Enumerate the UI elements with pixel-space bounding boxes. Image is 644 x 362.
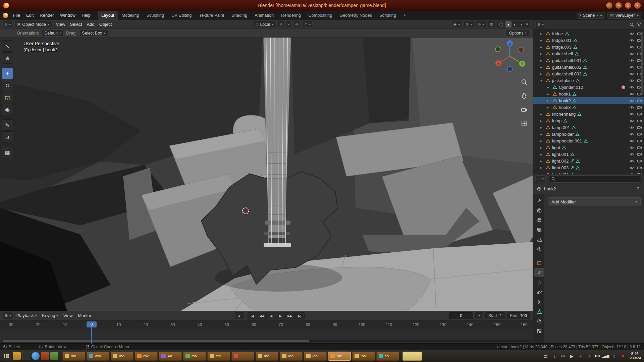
taskbar-window-button[interactable]: /ho...	[111, 352, 133, 361]
outliner-row[interactable]: ▸ light.001	[533, 151, 644, 158]
outliner-row[interactable]: ▸ Cylinder.012	[533, 84, 644, 90]
tab-physics[interactable]	[534, 288, 544, 297]
outliner-row[interactable]: ▸ lamp.001	[533, 124, 644, 131]
taskbar-window-button[interactable]: /ho...	[62, 352, 85, 361]
disable-render-icon[interactable]	[637, 105, 642, 110]
workspace-tab[interactable]: Geometry Nodes	[336, 11, 376, 20]
outliner-row[interactable]: ▸ lampholder	[533, 131, 644, 137]
outliner-item-label[interactable]: light.002	[552, 159, 569, 164]
playhead-frame-label[interactable]: 0	[87, 321, 97, 327]
scene-selector[interactable]: ▾ Scene × +	[577, 12, 605, 19]
outliner-row[interactable]: ▸ fridge.001	[533, 37, 644, 44]
workspace-tab[interactable]: Modeling	[118, 11, 143, 20]
disable-render-icon[interactable]	[637, 152, 642, 157]
disable-render-icon[interactable]	[637, 118, 642, 123]
launcher-media[interactable]	[50, 352, 58, 360]
outliner-item-label[interactable]: fridge	[552, 31, 563, 36]
timeline-menu[interactable]: View ▾	[61, 313, 75, 318]
screenshot-tray-icon[interactable]: ✂	[560, 353, 566, 359]
hide-eye-icon[interactable]	[629, 38, 634, 43]
transform-orientation-select[interactable]: ◇ Local ▾	[253, 21, 276, 28]
workspace-tab[interactable]: Shading	[228, 11, 251, 20]
tab-view-layer[interactable]	[534, 225, 544, 234]
snap-toggle[interactable]: ∪	[278, 21, 284, 28]
menubar-menu[interactable]: Help	[78, 11, 94, 20]
launcher-editor[interactable]	[41, 352, 49, 360]
outliner-item-label[interactable]: lamp	[552, 118, 561, 123]
add-modifier-button[interactable]: Add Modifier ▾	[548, 197, 641, 206]
tab-scene[interactable]	[534, 235, 544, 244]
taskbar-window-button[interactable]: /ho...	[256, 352, 278, 361]
expand-arrow-icon[interactable]: ▸	[540, 38, 545, 42]
music-tray-icon[interactable]: ♪	[586, 353, 592, 359]
taskbar-window-button[interactable]: /ho...	[352, 352, 375, 361]
disable-render-icon[interactable]	[637, 165, 642, 170]
outliner-item-label[interactable]: light	[552, 145, 560, 150]
hide-eye-icon[interactable]	[629, 51, 634, 56]
taskbar-window-button[interactable]: wal...	[87, 352, 109, 361]
scene-unlink-icon[interactable]: ×	[596, 13, 598, 17]
workspace-tab[interactable]: Texture Paint	[196, 11, 228, 20]
hide-eye-icon[interactable]	[629, 159, 634, 164]
shading-settings-button[interactable]: ▾	[524, 21, 530, 27]
disable-render-icon[interactable]	[637, 112, 642, 117]
outliner-item-label[interactable]: fridge.003	[552, 45, 572, 50]
menubar-menu[interactable]: File	[10, 11, 23, 20]
outliner-row[interactable]: ▸ hook3	[533, 104, 644, 111]
outliner-row[interactable]: ▾ jacketplace	[533, 77, 644, 84]
expand-arrow-icon[interactable]: ▸	[540, 72, 545, 76]
sticky-note-button[interactable]	[402, 352, 422, 361]
workspace-tab[interactable]: +	[400, 11, 410, 20]
expand-arrow-icon[interactable]: ▸	[540, 139, 545, 143]
expand-arrow-icon[interactable]: ▸	[540, 172, 545, 174]
play-button[interactable]: ▶	[276, 312, 285, 319]
drag-mode-select[interactable]: Select Box ▾	[79, 29, 108, 37]
taskbar-window-button[interactable]: /ho...	[304, 352, 327, 361]
outliner-row[interactable]: ▸ guitar.shell	[533, 50, 644, 57]
breadcrumb-object-name[interactable]: hook2	[544, 186, 556, 191]
scene-new-icon[interactable]: +	[600, 13, 602, 17]
outliner-item-label[interactable]: lampholder	[552, 132, 574, 137]
hide-eye-icon[interactable]	[629, 92, 634, 97]
jump-to-end-button[interactable]: ▶|	[295, 312, 304, 319]
tab-render[interactable]	[534, 206, 544, 215]
disable-render-icon[interactable]	[637, 132, 642, 137]
outliner-row[interactable]: ▸ guitar.shell.003	[533, 70, 644, 77]
snap-settings-button[interactable]: ▾	[286, 21, 292, 28]
tab-tool[interactable]	[534, 196, 544, 205]
hide-eye-icon[interactable]	[629, 71, 634, 76]
outliner-scrollbar[interactable]	[641, 32, 643, 95]
expand-arrow-icon[interactable]: ▸	[540, 125, 545, 129]
tab-output[interactable]	[534, 216, 544, 225]
outliner-item-label[interactable]: hook1	[559, 92, 571, 97]
keyboard-layout-indicator[interactable]: us	[595, 354, 600, 358]
tool-scale[interactable]: ◱	[2, 92, 13, 103]
outliner-row[interactable]: ▸ fridge.003	[533, 44, 644, 50]
launcher-terminal[interactable]	[22, 352, 30, 360]
outliner-item-label[interactable]: lampholder.001	[552, 138, 582, 143]
minimize-button[interactable]: −	[615, 2, 622, 9]
expand-arrow-icon[interactable]: ▸	[547, 85, 551, 89]
hide-eye-icon[interactable]	[629, 31, 634, 36]
end-frame-field[interactable]: End100	[507, 312, 530, 319]
outliner-item-label[interactable]: light.003	[552, 165, 569, 170]
network-signal-icon[interactable]: ▂▄▆	[602, 353, 608, 359]
expand-arrow-icon[interactable]: ▸	[540, 159, 545, 163]
outliner-row[interactable]: ▸ hook2	[533, 97, 644, 104]
scene-browse-icon[interactable]: ▾	[579, 13, 581, 17]
viewlayer-new-icon[interactable]: +	[637, 13, 639, 17]
jump-to-start-button[interactable]: |◀	[248, 312, 257, 319]
outliner-row[interactable]: ▸ lampholder.001	[533, 137, 644, 144]
hide-eye-icon[interactable]	[629, 138, 634, 143]
menu-button[interactable]	[1, 351, 11, 361]
viewport-menu[interactable]: View	[54, 22, 68, 27]
pin-icon[interactable]	[636, 187, 640, 191]
close-button[interactable]: ×	[634, 2, 641, 9]
grid-view-icon[interactable]	[520, 119, 529, 128]
workspace-tab[interactable]: Layout	[98, 11, 118, 20]
outliner-row[interactable]: ▸ lamp	[533, 117, 644, 124]
update-tray-icon[interactable]: ↓	[551, 353, 557, 359]
overlays-dropdown[interactable]: ◎ ▾	[476, 21, 486, 28]
expand-arrow-icon[interactable]: ▸	[547, 92, 551, 96]
menubar-menu[interactable]: Edit	[23, 11, 37, 20]
